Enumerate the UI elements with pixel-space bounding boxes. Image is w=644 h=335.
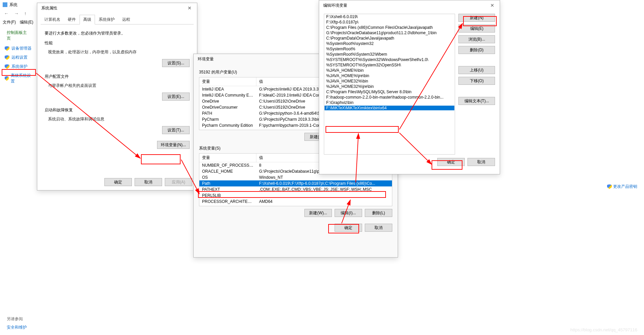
system-control-panel: 系统 ← → ↑ 文件(F) 编辑(E) 控制面板主页 设备管理器 远程设置 系… [0,0,37,265]
list-item[interactable]: F:\Xshell-6.0.019\ [324,14,455,19]
nav-back-icon[interactable]: ← [4,11,9,16]
see-also-label: 另请参阅 [0,315,644,323]
nav-fwd-icon[interactable]: → [14,11,19,16]
list-item[interactable]: G:\Projects\OracleDatabase11g\product\11… [324,30,455,36]
ok-button[interactable]: 确定 [104,178,132,186]
delete-button[interactable]: 删除(D) [458,46,495,54]
ok-button[interactable]: 确定 [437,158,465,166]
cp-home-heading: 控制面板主页 [0,27,37,44]
shield-icon [5,55,9,60]
list-item[interactable]: %JAVA_HOME%\jre\bin [324,73,455,78]
cancel-button[interactable]: 取消 [135,178,162,186]
cell-variable: OneDrive [199,98,256,104]
sysprops-title: 系统属性 [41,5,57,11]
menubar: 文件(F) 编辑(E) [0,17,37,27]
list-item[interactable]: %SYSTEMROOT%\System32\OpenSSH\ [324,62,455,68]
groupbox-1: 用户配置文件与登录帐户相关的桌面设置设置(E)... [45,74,190,101]
tab-3[interactable]: 系统保护 [95,15,118,24]
list-item[interactable]: F:\hadoop-common-2.2.0-bin-master\hadoop… [324,95,455,100]
edit-text-button[interactable]: 编辑文本(T)... [458,97,495,105]
apply-button[interactable]: 应用(A) [165,178,192,186]
table-row[interactable]: PROCESSOR_ARCHITECTUREAMD64 [199,199,392,205]
table-row[interactable]: PathF:\Xshell-6.0.019\;F:\Xftp-6.0.0187p… [199,180,392,186]
editenv-title: 编辑环境变量 [323,3,347,8]
list-item[interactable]: F:\Xftp-6.0.0187p\ [324,19,455,25]
cell-variable: NUMBER_OF_PROCESSORS [199,162,256,168]
ok-button[interactable]: 确定 [335,224,362,232]
settings-button[interactable]: 设置(T)... [162,126,190,134]
list-item[interactable]: %SystemRoot% [324,46,455,52]
list-item[interactable]: %JAVA_HOME%\bin [324,68,455,73]
link-label: 远程设置 [11,55,28,60]
move-down-button[interactable]: 下移(O) [458,77,495,85]
list-item[interactable]: %JAVA_HOME32%\bin [324,78,455,84]
close-icon[interactable]: ✕ [185,5,194,11]
cell-variable: Path [199,180,256,186]
menu-file[interactable]: 文件(F) [3,19,16,25]
env-vars-button[interactable]: 环境变量(N)... [157,141,190,149]
edit-button[interactable]: 编辑(E) [458,24,495,33]
groupbox-desc: 与登录帐户相关的桌面设置 [45,81,190,91]
shield-icon [5,76,9,81]
shield-icon [5,64,9,69]
tab-0[interactable]: 计算机名 [41,15,64,24]
tab-2[interactable]: 高级 [80,15,95,24]
new-button[interactable]: 新建(N) [458,14,495,22]
sys-edit-button[interactable]: 编辑(I)... [335,209,362,217]
cell-variable: PROCESSOR_ARCHITECTURE [199,199,256,205]
list-item[interactable]: %SystemRoot%\System32\Wbem [324,52,455,57]
groupbox-title: 性能 [45,40,190,46]
groupbox-0: 性能视觉效果，处理器计划，内存使用，以及虚拟内存设置(S)... [45,40,190,67]
sysprops-tabs: 计算机名硬件高级系统保护远程 [41,14,194,24]
cell-variable: PyCharm [199,116,256,122]
sys-delete-button[interactable]: 删除(L) [365,209,392,217]
list-item[interactable]: F:\Graphviz\bin [324,100,455,105]
list-item[interactable]: %SystemRoot%\system32 [324,41,455,46]
table-row[interactable]: PATHEXT.COM;.EXE;.BAT;.CMD;.VBS;.VBE;.JS… [199,186,392,192]
groupbox-title: 用户配置文件 [45,74,190,79]
shield-icon [5,46,9,51]
list-item[interactable]: %SYSTEMROOT%\System32\WindowsPowerShell\… [324,57,455,62]
link-security-maintenance[interactable]: 安全和维护 [0,323,644,332]
list-item[interactable]: C:\ProgramData\Oracle\Java\javapath [324,36,455,41]
editenv-side-buttons: 新建(N) 编辑(E) 浏览(B)... 删除(D) 上移(U) 下移(O) 编… [458,14,495,155]
tab-1[interactable]: 硬件 [64,15,80,24]
sysprops-body: 要进行大多数更改，您必须作为管理员登录。 性能视觉效果，处理器计划，内存使用，以… [37,24,197,153]
syspanel-titlebar: 系统 [0,0,37,9]
see-also: 另请参阅 安全和维护 [0,315,644,332]
move-up-button[interactable]: 上移(U) [458,66,495,74]
groupbox-2: 启动和故障恢复系统启动、系统故障和调试信息设置(T)... [45,107,190,134]
tab-4[interactable]: 远程 [118,15,134,24]
link-remote-settings[interactable]: 远程设置 [0,53,37,62]
envvars-title: 环境变量 [198,56,214,62]
list-item[interactable]: F:\MiKTeX\MiKTeX\miktex\bin\x64 [324,105,455,111]
col-variable: 变量 [199,154,256,162]
link-advanced-system-settings[interactable]: 高级系统设置 [0,71,37,86]
cell-variable: IntelliJ IDEA [199,86,256,92]
nav-up-icon[interactable]: ↑ [24,11,27,16]
list-item[interactable]: C:\Program Files (x86)\Common Files\Orac… [324,25,455,30]
sys-new-button[interactable]: 新建(W)... [304,209,332,217]
cell-value [256,192,392,199]
settings-button[interactable]: 设置(S)... [162,59,190,67]
table-row[interactable]: OSWindows_NT [199,174,392,180]
close-icon[interactable]: ✕ [488,2,497,9]
settings-button[interactable]: 设置(E)... [162,93,190,101]
path-entries-listbox[interactable]: F:\Xshell-6.0.019\F:\Xftp-6.0.0187p\C:\P… [324,14,455,155]
menu-edit[interactable]: 编辑(E) [20,19,33,25]
cell-value: .COM;.EXE;.BAT;.CMD;.VBS;.VBE;.JS;.JSE;.… [256,186,392,192]
cancel-button[interactable]: 取消 [365,224,392,232]
list-item[interactable]: %JAVA_HOME32%\jre\bin [324,84,455,89]
link-device-manager[interactable]: 设备管理器 [0,44,37,53]
sysprops-titlebar: 系统属性 ✕ [37,3,197,13]
change-product-key-link[interactable]: 更改产品密钥 [607,184,637,189]
link-label: 系统保护 [11,64,28,69]
system-icon [3,2,7,7]
cell-variable: OS [199,174,256,180]
cancel-button[interactable]: 取消 [467,158,495,166]
link-label: 高级系统设置 [11,73,32,84]
browse-button[interactable]: 浏览(B)... [458,35,495,43]
list-item[interactable]: C:\Program Files\MySQL\MySQL Server 8.0\… [324,89,455,95]
link-system-protection[interactable]: 系统保护 [0,62,37,71]
table-row[interactable]: PERL5LIB [199,192,392,199]
